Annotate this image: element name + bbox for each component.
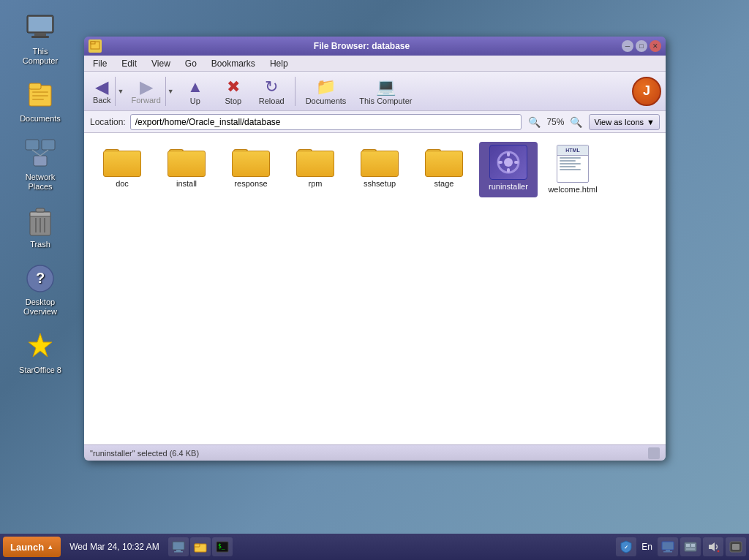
- titlebar-icon: [89, 39, 102, 53]
- desktop-icon-staroffice[interactable]: StarOffice 8: [11, 326, 69, 378]
- svg-rect-7: [32, 95, 48, 97]
- folder-icon-rpm: [296, 145, 334, 177]
- svg-rect-28: [507, 168, 510, 173]
- desktop-icon-desktop-overview[interactable]: ? Desktop Overview: [11, 258, 69, 319]
- file-item-runinstaller[interactable]: runinstaller: [479, 142, 538, 197]
- desktop: This Computer Documents Network Places: [0, 0, 80, 512]
- svg-rect-33: [174, 551, 183, 553]
- stop-icon: ✖: [227, 77, 240, 97]
- titlebar: File Browser: database ─ □ ✕: [84, 37, 666, 56]
- file-name-rpm: rpm: [309, 179, 323, 189]
- close-button[interactable]: ✕: [650, 40, 661, 52]
- svg-marker-22: [29, 333, 52, 357]
- svg-rect-40: [666, 550, 670, 551]
- launch-label: Launch: [10, 542, 44, 553]
- svg-rect-29: [498, 161, 503, 164]
- svg-text:✓: ✓: [624, 545, 628, 550]
- file-item-response[interactable]: response: [222, 142, 280, 197]
- file-item-stage[interactable]: stage: [415, 142, 473, 197]
- file-name-stage: stage: [434, 179, 454, 189]
- html-file-icon: HTML: [557, 145, 589, 183]
- network-icon: [23, 136, 58, 171]
- svg-rect-27: [507, 152, 510, 156]
- location-label: Location:: [90, 117, 126, 127]
- taskbar-terminal[interactable]: $_: [212, 537, 233, 556]
- statusbar-text: "runinstaller" selected (6.4 KB): [90, 449, 199, 458]
- this-computer-label: This Computer: [359, 97, 412, 105]
- menu-file[interactable]: File: [87, 57, 113, 70]
- svg-text:?: ?: [36, 270, 45, 286]
- up-button[interactable]: ▲ Up: [177, 75, 214, 107]
- taskbar-volume-icon[interactable]: [703, 537, 723, 556]
- forward-button[interactable]: ▶ Forward: [127, 76, 165, 107]
- file-item-doc[interactable]: doc: [93, 142, 151, 197]
- back-button-group: ◀ Back ▼: [89, 76, 125, 107]
- file-item-rpm[interactable]: rpm: [286, 142, 345, 197]
- back-label: Back: [93, 96, 110, 105]
- taskbar-file-manager[interactable]: [190, 537, 211, 556]
- file-item-welcome-html[interactable]: HTML welcome.html: [543, 142, 602, 197]
- forward-dropdown[interactable]: ▼: [165, 77, 176, 106]
- svg-rect-2: [34, 33, 46, 36]
- desktop-icon-computer-label: This Computer: [14, 47, 67, 66]
- file-item-install[interactable]: install: [157, 142, 216, 197]
- staroffice-icon: [23, 329, 58, 364]
- file-item-sshsetup[interactable]: sshsetup: [350, 142, 409, 197]
- menu-go[interactable]: Go: [179, 57, 203, 70]
- taskbar-security-icon[interactable]: ✓: [616, 537, 636, 556]
- desktop-icon-network[interactable]: Network Places: [11, 133, 69, 194]
- folder-icon-stage: [425, 145, 463, 177]
- svg-rect-45: [686, 548, 695, 550]
- menubar: File Edit View Go Bookmarks Help: [84, 56, 666, 72]
- menu-bookmarks[interactable]: Bookmarks: [206, 57, 261, 70]
- this-computer-button[interactable]: 💻 This Computer: [353, 75, 418, 107]
- forward-button-group: ▶ Forward ▼: [127, 76, 175, 107]
- file-name-welcome-html: welcome.html: [548, 185, 597, 194]
- toolbar-separator: [295, 77, 296, 106]
- stop-button[interactable]: ✖ Stop: [215, 75, 252, 107]
- zoom-level: 75%: [545, 117, 565, 127]
- file-name-sshsetup: sshsetup: [364, 179, 396, 189]
- taskbar-power-icon[interactable]: [726, 537, 746, 556]
- taskbar-items: $_: [168, 537, 233, 556]
- view-mode-arrow: ▼: [647, 118, 655, 126]
- zoom-out-button[interactable]: 🔍: [526, 116, 543, 129]
- launch-button[interactable]: Launch ▲: [3, 537, 61, 557]
- view-mode-dropdown[interactable]: View as Icons ▼: [589, 114, 660, 130]
- svg-rect-11: [34, 156, 47, 166]
- minimize-button[interactable]: ─: [622, 40, 633, 52]
- taskbar-show-desktop[interactable]: [168, 537, 189, 556]
- menu-edit[interactable]: Edit: [116, 57, 143, 70]
- maximize-button[interactable]: □: [636, 40, 647, 52]
- launch-arrow-icon: ▲: [47, 543, 53, 550]
- zoom-in-button[interactable]: 🔍: [568, 116, 584, 129]
- trash-icon: [23, 203, 58, 238]
- statusbar-scroll[interactable]: [648, 447, 660, 459]
- documents-button[interactable]: 📁 Documents: [300, 75, 353, 107]
- taskbar-right: ✓ En: [616, 537, 746, 556]
- reload-button[interactable]: ↻ Reload: [253, 75, 290, 107]
- svg-text:$_: $_: [218, 543, 225, 550]
- menu-view[interactable]: View: [146, 57, 176, 70]
- svg-rect-5: [29, 83, 41, 89]
- desktop-icon-computer[interactable]: This Computer: [11, 7, 69, 69]
- desktop-icon-trash[interactable]: Trash: [11, 200, 69, 252]
- svg-rect-44: [691, 544, 695, 547]
- svg-rect-31: [173, 542, 184, 550]
- back-button[interactable]: ◀ Back: [89, 76, 115, 107]
- file-browser-window: File Browser: database ─ □ ✕ File Edit V…: [84, 37, 666, 461]
- reload-icon: ↻: [265, 77, 278, 97]
- desktop-icon-documents[interactable]: Documents: [11, 75, 69, 126]
- menu-help[interactable]: Help: [264, 57, 294, 70]
- taskbar-screen-icon[interactable]: [658, 537, 678, 556]
- back-dropdown[interactable]: ▼: [115, 77, 125, 106]
- view-mode-label: View as Icons: [594, 118, 644, 126]
- svg-rect-35: [195, 544, 200, 547]
- svg-rect-43: [686, 544, 690, 547]
- svg-rect-8: [32, 99, 44, 100]
- svg-line-12: [32, 150, 40, 156]
- folder-icon-response: [232, 145, 270, 177]
- location-input[interactable]: [130, 114, 522, 130]
- up-icon: ▲: [187, 77, 203, 97]
- taskbar-applet-icon[interactable]: [680, 537, 701, 556]
